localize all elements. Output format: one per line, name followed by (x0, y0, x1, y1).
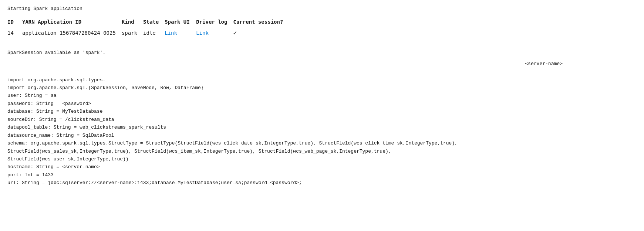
code-output-block: import org.apache.spark.sql.types._impor… (7, 61, 637, 187)
current-session-cell: ✓ (233, 27, 289, 38)
session-table-wrapper: ID YARN Application ID Kind State Spark … (7, 17, 637, 38)
code-line: import org.apache.spark.sql.{SparkSessio… (7, 84, 637, 92)
code-line: database: String = MyTestDatabase (7, 108, 637, 115)
code-line: StructField(wcs_sales_sk,IntegerType,tru… (7, 147, 637, 155)
code-line: schema: org.apache.spark.sql.types.Struc… (7, 139, 637, 147)
col-header-driverlog: Driver log (196, 17, 233, 27)
col-header-kind: Kind (122, 17, 143, 27)
code-line: port: Int = 1433 (7, 171, 637, 179)
spark-ui-link-cell[interactable]: Link (165, 27, 196, 38)
code-line: datapool_table: String = web_clickstream… (7, 123, 637, 131)
col-header-state: State (143, 17, 165, 27)
code-line: datasource_name: String = SqlDataPool (7, 132, 637, 139)
code-line: sourceDir: String = /clickstream_data (7, 116, 637, 123)
table-row: 14application_1567847280424_0025sparkidl… (7, 27, 289, 38)
code-line: import org.apache.spark.sql.types._ (7, 76, 637, 84)
code-line: url: String = jdbc:sqlserver://<server-n… (7, 179, 637, 187)
col-header-sparkui: Spark UI (165, 17, 196, 27)
session-available-line: SparkSession available as 'spark'. (7, 44, 637, 55)
code-line: hostname: String = <server-name> (7, 163, 637, 171)
code-line: StructField(wcs_user_sk,IntegerType,true… (7, 155, 637, 163)
session-table: ID YARN Application ID Kind State Spark … (7, 17, 289, 38)
server-name-float: <server-name> (525, 61, 563, 66)
spark-ui-link[interactable]: Link (165, 30, 177, 36)
driver-log-link[interactable]: Link (196, 30, 209, 36)
col-header-yarn: YARN Application ID (22, 17, 122, 27)
starting-line: Starting Spark application (7, 6, 637, 11)
col-header-id: ID (7, 17, 22, 27)
main-container: Starting Spark application ID YARN Appli… (0, 0, 644, 231)
code-line: password: String = <password> (7, 100, 637, 108)
col-header-currentsession: Current session? (233, 17, 289, 27)
code-line: user: String = sa (7, 92, 637, 99)
driver-log-link-cell[interactable]: Link (196, 27, 233, 38)
table-header-row: ID YARN Application ID Kind State Spark … (7, 17, 289, 27)
